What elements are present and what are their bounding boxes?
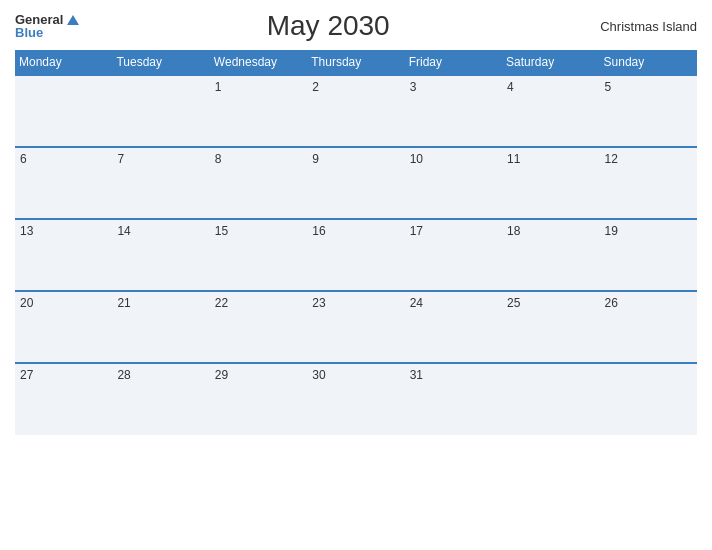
calendar-week-row: 2728293031 — [15, 363, 697, 435]
calendar-day-cell — [502, 363, 599, 435]
day-number: 16 — [312, 224, 325, 238]
calendar-day-cell: 25 — [502, 291, 599, 363]
calendar-table: Monday Tuesday Wednesday Thursday Friday… — [15, 50, 697, 435]
calendar-day-cell: 14 — [112, 219, 209, 291]
day-number: 27 — [20, 368, 33, 382]
calendar-body: 1234567891011121314151617181920212223242… — [15, 75, 697, 435]
day-number: 22 — [215, 296, 228, 310]
weekday-header-row: Monday Tuesday Wednesday Thursday Friday… — [15, 50, 697, 75]
calendar-day-cell — [600, 363, 697, 435]
header-friday: Friday — [405, 50, 502, 75]
day-number: 18 — [507, 224, 520, 238]
calendar-header: General Blue May 2030 Christmas Island — [15, 10, 697, 42]
day-number: 10 — [410, 152, 423, 166]
calendar-day-cell: 7 — [112, 147, 209, 219]
calendar-day-cell: 23 — [307, 291, 404, 363]
day-number: 8 — [215, 152, 222, 166]
header-monday: Monday — [15, 50, 112, 75]
calendar-day-cell: 31 — [405, 363, 502, 435]
calendar-day-cell: 11 — [502, 147, 599, 219]
calendar-day-cell: 10 — [405, 147, 502, 219]
day-number: 4 — [507, 80, 514, 94]
calendar-week-row: 20212223242526 — [15, 291, 697, 363]
day-number: 14 — [117, 224, 130, 238]
calendar-day-cell: 27 — [15, 363, 112, 435]
day-number: 28 — [117, 368, 130, 382]
day-number: 3 — [410, 80, 417, 94]
day-number: 29 — [215, 368, 228, 382]
calendar-day-cell: 4 — [502, 75, 599, 147]
calendar-day-cell: 8 — [210, 147, 307, 219]
calendar-day-cell: 9 — [307, 147, 404, 219]
day-number: 21 — [117, 296, 130, 310]
calendar-week-row: 12345 — [15, 75, 697, 147]
day-number: 20 — [20, 296, 33, 310]
calendar-day-cell: 12 — [600, 147, 697, 219]
calendar-day-cell: 28 — [112, 363, 209, 435]
calendar-day-cell: 29 — [210, 363, 307, 435]
day-number: 11 — [507, 152, 520, 166]
logo-blue-text: Blue — [15, 26, 79, 39]
calendar-day-cell: 3 — [405, 75, 502, 147]
day-number: 5 — [605, 80, 612, 94]
calendar-day-cell: 21 — [112, 291, 209, 363]
day-number: 25 — [507, 296, 520, 310]
day-number: 31 — [410, 368, 423, 382]
header-wednesday: Wednesday — [210, 50, 307, 75]
header-saturday: Saturday — [502, 50, 599, 75]
calendar-day-cell: 15 — [210, 219, 307, 291]
day-number: 17 — [410, 224, 423, 238]
header-tuesday: Tuesday — [112, 50, 209, 75]
logo: General Blue — [15, 13, 79, 39]
calendar-day-cell: 13 — [15, 219, 112, 291]
day-number: 23 — [312, 296, 325, 310]
calendar-day-cell — [15, 75, 112, 147]
calendar-day-cell: 2 — [307, 75, 404, 147]
calendar-day-cell: 1 — [210, 75, 307, 147]
calendar-day-cell: 19 — [600, 219, 697, 291]
header-thursday: Thursday — [307, 50, 404, 75]
day-number: 15 — [215, 224, 228, 238]
day-number: 1 — [215, 80, 222, 94]
day-number: 24 — [410, 296, 423, 310]
calendar-week-row: 6789101112 — [15, 147, 697, 219]
calendar-day-cell: 18 — [502, 219, 599, 291]
day-number: 19 — [605, 224, 618, 238]
calendar-day-cell: 26 — [600, 291, 697, 363]
day-number: 13 — [20, 224, 33, 238]
calendar-day-cell: 16 — [307, 219, 404, 291]
header-sunday: Sunday — [600, 50, 697, 75]
calendar-day-cell: 22 — [210, 291, 307, 363]
day-number: 30 — [312, 368, 325, 382]
day-number: 26 — [605, 296, 618, 310]
day-number: 2 — [312, 80, 319, 94]
calendar-day-cell: 30 — [307, 363, 404, 435]
day-number: 7 — [117, 152, 124, 166]
day-number: 6 — [20, 152, 27, 166]
logo-triangle-icon — [67, 15, 79, 25]
day-number: 12 — [605, 152, 618, 166]
calendar-day-cell: 17 — [405, 219, 502, 291]
month-title: May 2030 — [79, 10, 577, 42]
calendar-day-cell: 24 — [405, 291, 502, 363]
calendar-day-cell — [112, 75, 209, 147]
calendar-container: General Blue May 2030 Christmas Island M… — [0, 0, 712, 550]
calendar-day-cell: 5 — [600, 75, 697, 147]
location-text: Christmas Island — [577, 19, 697, 34]
calendar-week-row: 13141516171819 — [15, 219, 697, 291]
calendar-day-cell: 6 — [15, 147, 112, 219]
day-number: 9 — [312, 152, 319, 166]
calendar-day-cell: 20 — [15, 291, 112, 363]
